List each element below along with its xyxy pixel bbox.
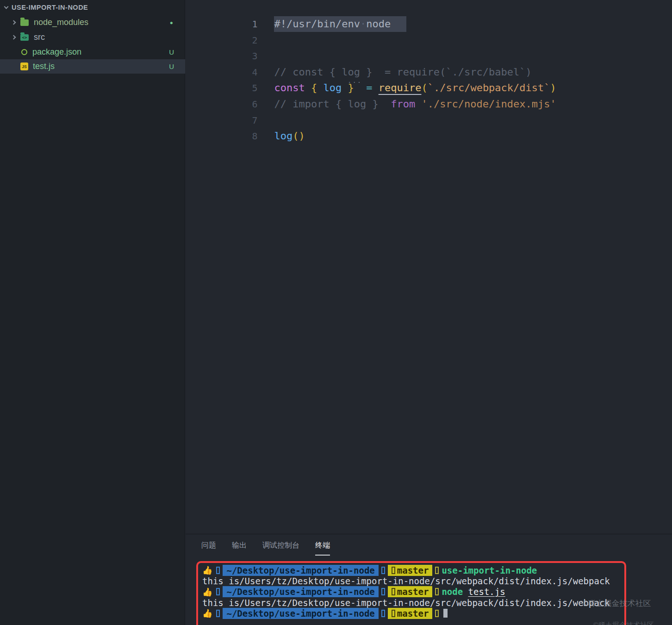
code-token: log <box>274 130 292 142</box>
code-line-2[interactable]: 2 <box>186 16 672 32</box>
tree-item-label: src <box>34 32 45 42</box>
tree-item-test-js[interactable]: test.js U <box>0 59 185 74</box>
package-json-icon <box>21 49 27 55</box>
tab-problems[interactable]: 问题 <box>201 541 216 556</box>
code-line-1[interactable]: 1#!/usr/bin/env·node <box>186 0 672 16</box>
tree-item-src[interactable]: src <box>0 30 185 44</box>
terminal-command: node <box>442 587 468 597</box>
terminal-prompt-line: 👍 ~/Desktop/use-import-in-node master <box>202 608 610 619</box>
git-branch-label: master <box>397 565 429 575</box>
tab-debug-console[interactable]: 调试控制台 <box>262 541 299 556</box>
folder-icon-node-modules <box>20 19 29 26</box>
thumbs-up-icon: 👍 <box>202 565 212 575</box>
prompt-branch-segment: master <box>388 565 433 576</box>
git-branch-label: master <box>397 587 429 597</box>
powerline-glyph-box <box>392 610 395 617</box>
git-status-dot: ● <box>170 19 173 26</box>
watermark-text-clipped: ©稀土掘金技术社区 <box>593 621 654 625</box>
folder-icon-src <box>20 34 29 41</box>
code-line-3[interactable]: 3 <box>186 32 672 48</box>
bottom-panel: 问题 输出 调试控制台 终端 👍 ~/Desktop/use-import-in… <box>186 534 672 625</box>
git-untracked-badge: U <box>169 62 174 70</box>
powerline-glyph-box <box>381 567 385 574</box>
tree-item-node-modules[interactable]: node_modules ● <box>0 15 185 30</box>
line-number: 8 <box>222 128 257 144</box>
terminal-content[interactable]: 👍 ~/Desktop/use-import-in-node master us… <box>202 565 610 619</box>
powerline-glyph-box <box>381 610 385 617</box>
git-untracked-badge: U <box>169 48 174 56</box>
tree-item-label: package.json <box>32 47 81 57</box>
prompt-branch-segment: master <box>388 586 433 597</box>
chevron-right-icon <box>12 35 16 40</box>
terminal-command: use-import-in-node <box>442 565 537 575</box>
powerline-glyph-box <box>392 567 395 574</box>
tab-terminal[interactable]: 终端 <box>315 541 330 556</box>
chevron-right-icon <box>12 20 16 25</box>
explorer-sidebar: USE-IMPORT-IN-NODE node_modules ● src pa… <box>0 0 185 625</box>
tab-output[interactable]: 输出 <box>232 541 247 556</box>
tree-item-label: node_modules <box>34 18 88 27</box>
powerline-glyph-box <box>392 588 395 595</box>
terminal-output-text: this is/Users/tz/Desktop/use-import-in-n… <box>202 576 610 586</box>
code-editor[interactable]: 1#!/usr/bin/env·node 2 3 4// const { log… <box>186 0 672 533</box>
powerline-glyph-box <box>216 610 220 617</box>
watermark-text: ©稀土掘金技术社区 <box>582 598 651 609</box>
terminal-output-line: this is/Users/tz/Desktop/use-import-in-n… <box>202 575 610 586</box>
code-line-8[interactable]: 8log() <box>186 112 672 128</box>
code-line-7[interactable]: 7 <box>186 96 672 112</box>
thumbs-up-icon: 👍 <box>202 587 212 597</box>
panel-tab-bar: 问题 输出 调试控制台 终端 <box>201 541 330 556</box>
prompt-path-segment: ~/Desktop/use-import-in-node <box>223 608 378 619</box>
code-line-6[interactable]: 6// import { log } from './src/node/inde… <box>186 80 672 96</box>
explorer-section-header[interactable]: USE-IMPORT-IN-NODE <box>5 4 88 11</box>
powerline-glyph-box <box>435 567 439 574</box>
vscode-window: USE-IMPORT-IN-NODE node_modules ● src pa… <box>0 0 672 625</box>
prompt-path-segment: ~/Desktop/use-import-in-node <box>223 565 378 576</box>
powerline-glyph-box <box>381 588 385 595</box>
powerline-glyph-box <box>435 588 439 595</box>
tree-item-label: test.js <box>33 62 55 71</box>
prompt-branch-segment: master <box>388 608 433 619</box>
terminal-output-text: this is/Users/tz/Desktop/use-import-in-n… <box>202 598 610 608</box>
terminal-output-line: this is/Users/tz/Desktop/use-import-in-n… <box>202 597 610 608</box>
terminal-prompt-line: 👍 ~/Desktop/use-import-in-node master us… <box>202 565 610 575</box>
git-branch-label: master <box>397 608 429 619</box>
powerline-glyph-box <box>216 588 220 595</box>
terminal-command-argument: test.js <box>468 587 505 597</box>
javascript-file-icon <box>20 62 28 70</box>
prompt-path-segment: ~/Desktop/use-import-in-node <box>223 586 378 597</box>
code-line-4[interactable]: 4// const { log } = require(`./src/babel… <box>186 48 672 64</box>
terminal-prompt-line: 👍 ~/Desktop/use-import-in-node master no… <box>202 587 610 597</box>
explorer-title: USE-IMPORT-IN-NODE <box>12 4 88 11</box>
thumbs-up-icon: 👍 <box>202 608 212 618</box>
chevron-down-icon <box>4 5 9 9</box>
code-line-5[interactable]: 5const { log } = require(`./src/webpack/… <box>186 64 672 80</box>
powerline-glyph-box <box>435 610 439 617</box>
powerline-glyph-box <box>216 567 220 574</box>
code-token: () <box>292 130 305 142</box>
tree-item-package-json[interactable]: package.json U <box>0 45 185 59</box>
hover-hint-dots: ... <box>348 77 362 84</box>
terminal-cursor <box>443 609 448 618</box>
